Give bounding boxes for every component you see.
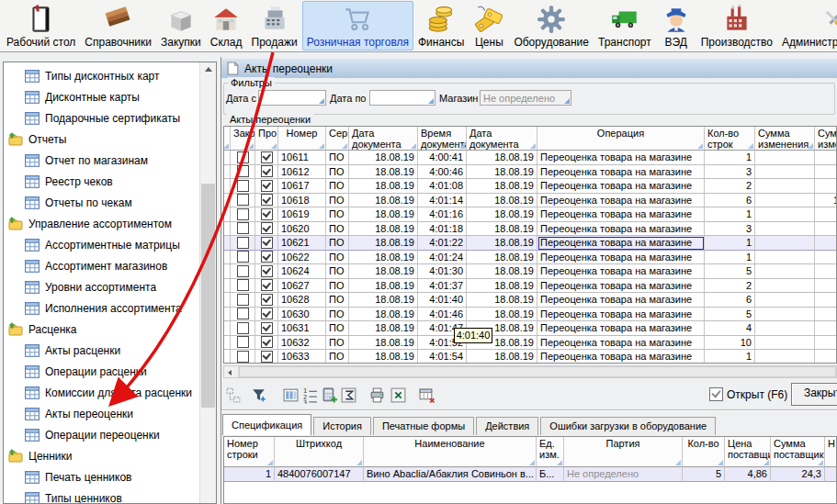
spec-column-header[interactable]: Номер строки [224, 437, 275, 467]
posted-checkbox[interactable] [261, 265, 273, 277]
sidebar-item[interactable]: Подарочные сертификаты [4, 107, 200, 129]
cell-closed[interactable] [231, 308, 255, 322]
toolbar-item-transport[interactable]: Транспорт [594, 1, 656, 50]
grid-row-10630[interactable]: 10630ПО18.08.194:01:4618.08.19Переоценка… [224, 308, 837, 322]
closed-checkbox[interactable] [237, 151, 249, 163]
closed-checkbox[interactable] [237, 237, 249, 249]
tab-История[interactable]: История [313, 417, 371, 435]
grid-column-header[interactable]: Сери [326, 127, 349, 151]
sidebar-item[interactable]: Исполнения ассортимента [4, 297, 200, 319]
scroll-up-arrow-icon[interactable] [200, 62, 216, 77]
cell-closed[interactable] [231, 207, 255, 222]
cell-posted[interactable] [255, 293, 278, 308]
cell-closed[interactable] [231, 293, 255, 308]
grid-column-header[interactable] [224, 127, 231, 151]
posted-checkbox[interactable] [261, 194, 273, 206]
grid-row-10631[interactable]: 10631ПО18.08.194:01:4718.08.19Переоценка… [224, 321, 837, 336]
cell-closed[interactable] [231, 165, 255, 180]
closed-checkbox[interactable] [237, 222, 249, 234]
grid-column-header[interactable]: Дата документа [467, 127, 537, 151]
posted-checkbox[interactable] [261, 251, 273, 263]
grid-column-header[interactable]: Закр [231, 127, 255, 151]
cell-closed[interactable] [231, 350, 255, 364]
cell-posted[interactable] [255, 179, 278, 194]
panel-splitter[interactable] [221, 57, 221, 504]
cell-posted[interactable] [255, 350, 278, 364]
closed-checkbox[interactable] [237, 351, 249, 363]
grid-row-10619[interactable]: 10619ПО18.08.194:01:1618.08.19Переоценка… [224, 207, 837, 222]
closed-checkbox[interactable] [237, 308, 249, 319]
grid-row-10628[interactable]: 10628ПО18.08.194:01:4018.08.19Переоценка… [224, 293, 837, 308]
closed-checkbox[interactable] [237, 294, 249, 306]
closed-checkbox[interactable] [237, 251, 249, 263]
toolbar-item-warehouse[interactable]: Склад [206, 1, 247, 50]
toolbar-item-finance[interactable]: Финансы [413, 1, 469, 50]
cell-posted[interactable] [255, 321, 278, 336]
spec-column-header[interactable]: Н [825, 437, 837, 467]
shop-input[interactable]: Не определено [480, 90, 571, 106]
cell-posted[interactable] [255, 207, 278, 222]
tab-Ошибки загрузки в оборудование[interactable]: Ошибки загрузки в оборудование [540, 417, 716, 435]
sidebar-item[interactable]: Отчеты по чекам [4, 192, 200, 213]
table-options-icon[interactable] [418, 386, 435, 404]
spec-column-header[interactable]: Цена поставщика [725, 437, 771, 467]
posted-checkbox[interactable] [261, 208, 273, 220]
sidebar-item[interactable]: Управление ассортиментом [4, 213, 200, 234]
posted-checkbox[interactable] [261, 294, 273, 306]
date-to-input[interactable] [369, 90, 435, 106]
cell-closed[interactable] [231, 194, 255, 208]
cell-posted[interactable] [255, 194, 278, 208]
grid-column-header[interactable]: Кол-во строк [705, 127, 755, 151]
cell-posted[interactable] [255, 151, 278, 165]
cell-posted[interactable] [255, 165, 278, 180]
toolbar-item-production[interactable]: Производство [696, 1, 777, 50]
cell-posted[interactable] [255, 222, 278, 237]
cell-posted[interactable] [255, 279, 278, 294]
posted-checkbox[interactable] [261, 279, 273, 291]
tab-Действия[interactable]: Действия [476, 417, 538, 435]
grid-column-header[interactable]: Операция [537, 127, 705, 151]
spec-row[interactable]: 14840076007147Вино Abaclia/Абаклия Совин… [224, 467, 837, 482]
posted-checkbox[interactable] [261, 237, 273, 249]
tab-Спецификация[interactable]: Спецификация [222, 414, 311, 435]
sidebar-item[interactable]: Отчеты [4, 129, 200, 150]
excel-export-icon[interactable] [390, 386, 407, 404]
closed-checkbox[interactable] [237, 194, 249, 206]
cell-closed[interactable] [231, 236, 255, 251]
closed-checkbox[interactable] [237, 279, 249, 291]
filter-add-icon[interactable] [250, 386, 267, 404]
spec-column-header[interactable]: Партия [564, 437, 683, 467]
columns-icon[interactable] [282, 386, 300, 404]
toolbar-item-customs[interactable]: ВЭД [656, 1, 696, 50]
cell-closed[interactable] [231, 336, 255, 351]
spec-column-header[interactable]: Кол-во [683, 437, 725, 467]
sidebar-item[interactable]: Операции расценки [4, 361, 200, 382]
sidebar-item[interactable]: Ценники [4, 445, 200, 466]
scroll-left-arrow-icon[interactable] [224, 366, 239, 377]
close-button[interactable]: Закрыть [791, 383, 837, 406]
posted-checkbox[interactable] [261, 165, 273, 177]
sidebar-item[interactable]: Типы дисконтных карт [4, 65, 200, 86]
grid-row-10622[interactable]: 10622ПО18.08.194:01:2418.08.19Переоценка… [224, 251, 837, 265]
sidebar-item[interactable]: Печать ценников [4, 466, 200, 487]
cell-closed[interactable] [231, 264, 255, 279]
spec-column-header[interactable]: Штрихкод [275, 437, 364, 467]
grid-row-10612[interactable]: 10612ПО18.08.194:00:4618.08.19Переоценка… [224, 165, 837, 180]
sidebar-item[interactable]: Реестр чеков [4, 171, 200, 192]
sidebar-item[interactable]: Типы ценников [4, 487, 200, 504]
sum-icon[interactable] [340, 386, 357, 404]
tab-Печатные формы[interactable]: Печатные формы [373, 417, 474, 435]
cell-posted[interactable] [255, 264, 278, 279]
grid-horizontal-scrollbar[interactable] [223, 365, 837, 378]
closed-checkbox[interactable] [237, 180, 249, 192]
grid-column-header[interactable]: Про [255, 127, 278, 151]
spec-column-header[interactable]: Ед. изм. [537, 437, 564, 467]
grid-row-10620[interactable]: 10620ПО18.08.194:01:1818.08.19Переоценка… [224, 222, 837, 237]
cell-posted[interactable] [255, 336, 278, 351]
grid-row-10627[interactable]: 10627ПО18.08.194:01:3718.08.19Переоценка… [224, 279, 837, 294]
toolbar-item-desktop[interactable]: Рабочий стол [2, 1, 80, 50]
spec-column-header[interactable]: Сумма поставщика [771, 437, 825, 467]
cell-closed[interactable] [231, 179, 255, 194]
numbered-list-icon[interactable]: 123 [301, 386, 319, 404]
closed-checkbox[interactable] [237, 322, 249, 334]
